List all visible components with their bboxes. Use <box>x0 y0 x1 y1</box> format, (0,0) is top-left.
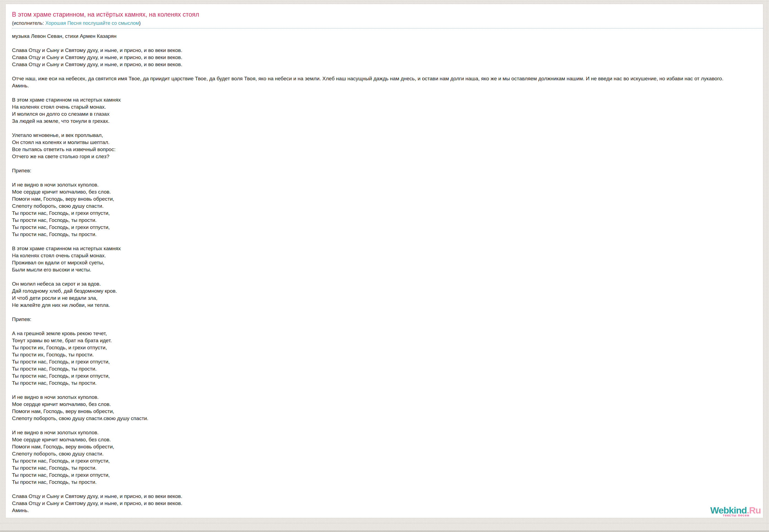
lyrics-stanza: В этом храме старинном на истертых камня… <box>12 96 758 125</box>
lyrics-line: Слава Отцу и Сыну и Святому духу, и ныне… <box>12 493 758 500</box>
lyrics-line: Ты прости нас, Господь, ты прости. <box>12 231 758 238</box>
lyrics-line: Ты прости нас, Господь, и грехи отпусти, <box>12 358 758 365</box>
lyrics-line: Ты прости нас, Господь, и грехи отпусти, <box>12 372 758 380</box>
lyrics-line: Помоги нам, Господь, веру вновь обрести, <box>12 443 758 450</box>
lyrics-line: Ты прости нас, Господь, и грехи отпусти, <box>12 210 758 217</box>
lyrics-line: И молился он долго со слезами в глазах <box>12 111 758 118</box>
lyrics-text: музыка Левон Севан, стихи Армен КазарянС… <box>6 29 763 514</box>
lyrics-stanza: музыка Левон Севан, стихи Армен Казарян <box>12 33 758 40</box>
page-bottom-strip <box>0 530 769 532</box>
lyrics-line: Аминь. <box>12 82 758 89</box>
lyrics-stanza: И не видно в ночи золотых куполов.Мое се… <box>12 181 758 238</box>
song-title: В этом храме старинном, на истёртых камн… <box>6 4 763 18</box>
lyrics-line: Слепоту побороть, свою душу спасти. <box>12 450 758 457</box>
lyrics-line: Отче наш, иже еси на небесех, да святитс… <box>12 75 758 82</box>
lyrics-line: Припев: <box>12 316 758 323</box>
artist-link[interactable]: Хорошая Песня послушайте со смыслом <box>45 20 139 26</box>
lyrics-line: Слава Отцу и Сыну и Святому духу, и ныне… <box>12 54 758 61</box>
lyrics-line: Ты прости нас, Господь, и грехи отпусти, <box>12 457 758 464</box>
lyrics-line: Слава Отцу и Сыну и Святому духу, и ныне… <box>12 500 758 507</box>
lyrics-stanza: Отче наш, иже еси на небесех, да святитс… <box>12 75 758 89</box>
lyrics-stanza: Припев: <box>12 316 758 323</box>
lyrics-line: Ты прости нас, Господь, ты прости. <box>12 380 758 387</box>
lyrics-line: Мое сердце кричит молчаливо, без слов. <box>12 188 758 195</box>
lyrics-stanza: И не видно в ночи золотых куполов.Мое се… <box>12 394 758 422</box>
lyrics-line: Мое сердце кричит молчаливо, без слов. <box>12 401 758 408</box>
lyrics-line: Слепоту побороть, свою душу спасти. <box>12 203 758 210</box>
lyrics-line: Все пытаясь ответить на извечный вопрос: <box>12 146 758 153</box>
lyrics-line: Ты прости их, Господь, ты прости. <box>12 351 758 358</box>
lyrics-line: Ты прости нас, Господь, ты прости. <box>12 217 758 224</box>
stitch-line-right <box>767 0 767 532</box>
lyrics-stanza: Слава Отцу и Сыну и Святому духу, и ныне… <box>12 493 758 514</box>
stitch-line-bottom <box>0 523 769 523</box>
lyrics-line: На коленях стоял очень старый монах. <box>12 103 758 111</box>
stitch-line-top <box>0 1 769 2</box>
lyrics-line: Мое сердце кричит молчаливо, без слов. <box>12 436 758 443</box>
lyrics-stanza: Припев: <box>12 167 758 174</box>
lyrics-line: Улетало мгновенье, и век проплывал, <box>12 132 758 139</box>
lyrics-stanza: Слава Отцу и Сыну и Святому духу, и ныне… <box>12 47 758 68</box>
lyrics-stanza: А на грешной земле кровь рекою течет,Тон… <box>12 330 758 387</box>
lyrics-stanza: Улетало мгновенье, и век проплывал,Он ст… <box>12 132 758 160</box>
lyrics-line: музыка Левон Севан, стихи Армен Казарян <box>12 33 758 40</box>
lyrics-line: На коленях стоял очень старый монах. <box>12 252 758 259</box>
lyrics-stanza: И не видно в ночи золотых куполов.Мое се… <box>12 429 758 486</box>
lyrics-line: Припев: <box>12 167 758 174</box>
lyrics-line: Слава Отцу и Сыну и Святому духу, и ныне… <box>12 61 758 68</box>
lyrics-line: Ты прости нас, Господь, ты прости. <box>12 365 758 372</box>
lyrics-stanza: В этом храме старинном на истертых камня… <box>12 245 758 273</box>
lyrics-line: И чтоб дети росли и не ведали зла, <box>12 295 758 302</box>
lyrics-line: Ты прости нас, Господь, и грехи отпусти, <box>12 224 758 231</box>
lyrics-line: Ты прости нас, Господь, ты прости. <box>12 464 758 472</box>
lyrics-line: Тонут храмы во мгле, брат на брата идет. <box>12 337 758 344</box>
lyrics-line: Ты прости их, Господь, и грехи отпусти, <box>12 344 758 351</box>
lyrics-line: Ты прости нас, Господь, и грехи отпусти, <box>12 472 758 479</box>
lyrics-line: Ты прости нас, Господь, ты прости. <box>12 479 758 486</box>
lyrics-line: Слепоту побороть, свою душу спасти.свою … <box>12 415 758 422</box>
lyrics-line: В этом храме старинном на истертых камня… <box>12 245 758 252</box>
lyrics-line: Отчего же на свете столько горя и слез? <box>12 153 758 160</box>
lyrics-line: Помоги нам, Господь, веру вновь обрести, <box>12 408 758 415</box>
lyrics-line: А на грешной земле кровь рекою течет, <box>12 330 758 337</box>
artist-label-prefix: (исполнитель: <box>12 20 45 26</box>
lyrics-line: Проживал он вдали от мирской суеты, <box>12 259 758 266</box>
lyrics-line: Помоги нам, Господь, веру вновь обрести, <box>12 195 758 203</box>
lyrics-line: И не видно в ночи золотых куполов. <box>12 181 758 188</box>
lyrics-line: В этом храме старинном на истертых камня… <box>12 96 758 103</box>
lyrics-line: Он молил небеса за сирот и за вдов. <box>12 280 758 288</box>
lyrics-line: Не жалейте для них ни любви, ни тепла. <box>12 302 758 309</box>
stitch-line-left <box>2 0 2 532</box>
lyrics-card: В этом храме старинном, на истёртых камн… <box>6 4 763 518</box>
lyrics-line: Он стоял на коленях и молитвы шептал. <box>12 139 758 146</box>
lyrics-line: И не видно в ночи золотых куполов. <box>12 429 758 436</box>
lyrics-line: Дай голодному хлеб, дай бездомному кров. <box>12 288 758 295</box>
lyrics-line: И не видно в ночи золотых куполов. <box>12 394 758 401</box>
lyrics-line: Аминь. <box>12 507 758 514</box>
artist-label-suffix: ) <box>139 20 141 26</box>
artist-line: (исполнитель: Хорошая Песня послушайте с… <box>6 20 763 26</box>
lyrics-line: За людей на земле, что тонули в грехах. <box>12 118 758 125</box>
lyrics-line: Были мысли его высоки и чисты. <box>12 266 758 273</box>
lyrics-stanza: Он молил небеса за сирот и за вдов.Дай г… <box>12 280 758 309</box>
webkind-logo[interactable]: Webkind.Ru тексты песен <box>710 506 761 517</box>
lyrics-line: Слава Отцу и Сыну и Святому духу, и ныне… <box>12 47 758 54</box>
